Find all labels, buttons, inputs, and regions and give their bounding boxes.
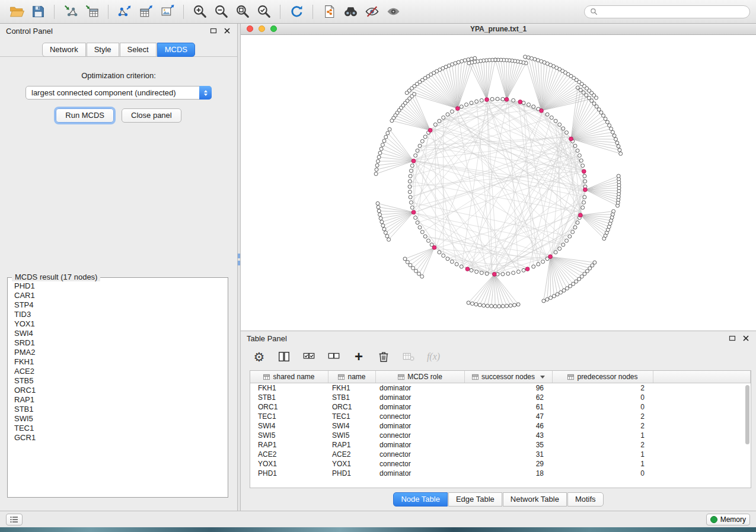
function-builder-button[interactable]: f(x) — [426, 349, 441, 364]
mcds-result-item[interactable]: STB5 — [9, 376, 227, 386]
table-scrollbar[interactable] — [745, 384, 750, 486]
export-image-button[interactable] — [157, 2, 178, 21]
apply-layout-button[interactable] — [286, 2, 307, 21]
select-all-columns-button[interactable] — [301, 349, 317, 364]
graphics-details-icon — [365, 4, 379, 19]
table-panel-header: Table Panel — [241, 331, 756, 345]
control-panel-header: Control Panel — [0, 24, 237, 38]
tab-mcds[interactable]: MCDS — [157, 43, 195, 57]
mcds-result-item[interactable]: ACE2 — [9, 367, 227, 376]
table-header-row: shared name name MCDS role successo — [250, 371, 751, 383]
table-row[interactable]: SWI4SWI4dominator462 — [250, 421, 751, 431]
scrollbar-thumb[interactable] — [745, 385, 749, 444]
window-close-button[interactable] — [247, 25, 253, 32]
mcds-result-item[interactable]: PMA2 — [9, 348, 227, 357]
mcds-result-group: MCDS result (17 nodes) PHD1 CAR1 STP4 TI… — [7, 277, 228, 498]
table-toolbar: ⚙ + f(x) — [241, 345, 756, 368]
eye-icon — [386, 4, 401, 19]
mcds-result-item[interactable]: STB1 — [9, 405, 227, 414]
table-row[interactable]: STB1STB1dominator620 — [250, 393, 751, 402]
close-panel-button[interactable]: Close panel — [122, 108, 181, 123]
mcds-result-item[interactable]: TID3 — [9, 310, 227, 319]
splitter-handle-icon[interactable] — [238, 254, 240, 258]
table-row[interactable]: PHD1PHD1dominator180 — [250, 469, 751, 478]
mcds-result-item[interactable]: FKH1 — [9, 357, 227, 367]
column-type-icon — [263, 374, 270, 380]
close-table-panel-button[interactable] — [741, 334, 750, 343]
table-row[interactable]: ACE2ACE2connector311 — [250, 450, 751, 459]
network-canvas[interactable] — [241, 35, 756, 331]
zoom-selected-button[interactable] — [253, 2, 275, 21]
float-panel-button[interactable] — [209, 27, 218, 36]
zoom-out-button[interactable] — [210, 2, 232, 21]
column-header-successor-nodes[interactable]: successor nodes — [465, 371, 553, 383]
plus-icon: + — [355, 350, 363, 364]
mcds-result-item[interactable]: CAR1 — [9, 291, 227, 300]
tab-node-table[interactable]: Node Table — [393, 492, 448, 507]
table-row[interactable]: YOX1YOX1connector291 — [250, 459, 751, 469]
tab-style[interactable]: Style — [87, 43, 119, 57]
close-panel-x-button[interactable] — [222, 27, 231, 36]
mcds-result-item[interactable]: TEC1 — [9, 424, 227, 433]
tab-network[interactable]: Network — [42, 43, 86, 57]
import-network-button[interactable] — [60, 2, 81, 21]
column-header-shared-name[interactable]: shared name — [250, 371, 328, 383]
mcds-result-item[interactable]: YOX1 — [9, 319, 227, 329]
tab-motifs[interactable]: Motifs — [567, 492, 604, 507]
tab-edge-table[interactable]: Edge Table — [448, 492, 502, 507]
window-minimize-button[interactable] — [259, 25, 265, 32]
mcds-result-item[interactable]: PHD1 — [9, 281, 227, 291]
table-row[interactable]: ORC1ORC1dominator610 — [250, 402, 751, 412]
run-mcds-button[interactable]: Run MCDS — [56, 108, 114, 123]
splitter-handle-icon[interactable] — [238, 261, 240, 265]
save-session-button[interactable] — [27, 2, 49, 21]
unselect-all-columns-button[interactable] — [326, 349, 342, 364]
mcds-result-item[interactable]: SRD1 — [9, 338, 227, 348]
show-columns-button[interactable] — [276, 349, 292, 364]
show-hide-button[interactable] — [382, 2, 404, 21]
network-window-titlebar[interactable]: YPA_prune.txt_1 — [241, 24, 756, 35]
graphics-details-button[interactable] — [361, 2, 382, 21]
first-neighbors-button[interactable] — [340, 2, 361, 21]
mcds-result-item[interactable]: RAP1 — [9, 395, 227, 405]
mcds-result-item[interactable]: GCR1 — [9, 433, 227, 443]
column-header-mcds-role[interactable]: MCDS role — [376, 371, 465, 383]
export-table-button[interactable] — [135, 2, 157, 21]
table-row[interactable]: FKH1FKH1dominator962 — [250, 383, 751, 393]
float-table-panel-button[interactable] — [728, 334, 736, 343]
table-row[interactable]: RAP1RAP1dominator352 — [250, 440, 751, 450]
mcds-result-item[interactable]: ORC1 — [9, 386, 227, 395]
table-row[interactable]: SWI5SWI5connector431 — [250, 431, 751, 440]
search-icon — [590, 8, 598, 15]
mcds-result-list[interactable]: PHD1 CAR1 STP4 TID3 YOX1 SWI4 SRD1 PMA2 … — [9, 281, 227, 496]
column-header-name[interactable]: name — [328, 371, 376, 383]
zoom-in-icon — [193, 4, 208, 19]
clone-network-button[interactable] — [318, 2, 340, 21]
checked-boxes-icon — [302, 350, 315, 363]
zoom-in-button[interactable] — [189, 2, 210, 21]
tab-select[interactable]: Select — [120, 43, 157, 57]
criterion-select[interactable]: largest connected component (undirected) — [25, 86, 212, 100]
tab-network-table[interactable]: Network Table — [503, 492, 567, 507]
import-table-button[interactable] — [81, 2, 103, 21]
network-graph[interactable] — [241, 35, 756, 331]
search-input[interactable] — [601, 7, 744, 17]
column-header-predecessor-nodes[interactable]: predecessor nodes — [553, 371, 653, 383]
zoom-fit-button[interactable] — [232, 2, 253, 21]
delete-column-button[interactable] — [376, 349, 391, 364]
table-panel: Table Panel ⚙ + f(x) — [241, 331, 756, 511]
mcds-result-item[interactable]: STP4 — [9, 300, 227, 310]
show-panels-button[interactable] — [6, 514, 23, 525]
create-column-button[interactable]: + — [351, 349, 366, 364]
export-network-button[interactable] — [114, 2, 135, 21]
table-settings-button[interactable]: ⚙ — [251, 349, 267, 364]
delete-table-button[interactable] — [401, 349, 416, 364]
window-maximize-button[interactable] — [270, 25, 277, 32]
mcds-result-item[interactable]: SWI4 — [9, 329, 227, 338]
open-file-button[interactable] — [6, 2, 27, 21]
mcds-result-item[interactable]: SWI5 — [9, 414, 227, 424]
memory-button[interactable]: Memory — [706, 514, 750, 525]
application-window: Control Panel Network Style Select MCDS … — [0, 0, 756, 532]
search-box[interactable] — [584, 5, 750, 18]
table-row[interactable]: TEC1TEC1connector472 — [250, 412, 751, 421]
